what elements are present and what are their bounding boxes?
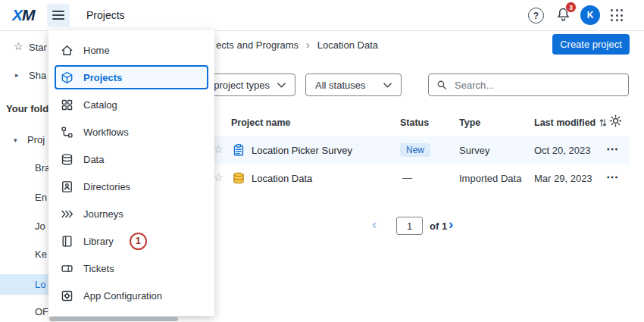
- status-filter-label: All statuses: [315, 80, 365, 91]
- menu-item-label: Journeys: [83, 208, 123, 220]
- last-modified: Oct 20, 2023: [534, 145, 590, 156]
- journeys-icon: [61, 208, 73, 220]
- sort-icon: [599, 118, 607, 127]
- menu-item-journeys[interactable]: Journeys: [48, 200, 214, 227]
- imported-data-icon: [232, 171, 245, 187]
- table-row[interactable]: ☆ Location Data — Imported Data Mar 29, …: [206, 164, 630, 192]
- home-icon: [61, 44, 73, 57]
- app-config-icon: [61, 289, 73, 302]
- directories-icon: [61, 180, 73, 193]
- xm-logo[interactable]: XM: [12, 6, 35, 24]
- menu-item-label: Home: [83, 45, 110, 56]
- breadcrumb-parent[interactable]: ects and Programs: [216, 39, 299, 51]
- column-header-type: Type: [459, 117, 480, 128]
- menu-item-catalog[interactable]: Catalog: [48, 91, 214, 118]
- annotation-circle: 1: [130, 233, 147, 250]
- menu-item-label: Catalog: [83, 99, 117, 111]
- notification-badge: 3: [565, 2, 577, 13]
- project-name[interactable]: Location Data: [252, 173, 312, 184]
- page-input[interactable]: [396, 217, 423, 235]
- caret-right-icon[interactable]: ▸: [15, 71, 19, 79]
- folder-item[interactable]: OF: [35, 306, 48, 317]
- sidebar-item-starred[interactable]: Star: [29, 42, 47, 53]
- avatar[interactable]: K: [580, 5, 600, 25]
- favorite-star-icon[interactable]: ☆: [214, 171, 224, 183]
- menu-item-label: Tickets: [83, 263, 114, 274]
- hamburger-menu-button[interactable]: [47, 4, 70, 27]
- menu-item-app-configuration[interactable]: App Configuration: [48, 282, 214, 309]
- library-icon: [61, 235, 73, 248]
- menu-item-projects[interactable]: Projects: [55, 65, 208, 89]
- menu-item-home[interactable]: Home: [48, 36, 214, 64]
- column-header-last-modified[interactable]: Last modified: [534, 117, 607, 128]
- gear-icon: [609, 114, 622, 127]
- folder-item[interactable]: En: [35, 192, 47, 203]
- global-nav-menu: Home Projects Catalog Workflows Data Dir…: [48, 30, 214, 316]
- search-icon: [436, 80, 447, 90]
- menu-item-label: App Configuration: [83, 290, 162, 302]
- column-header-project-name: Project name: [231, 117, 291, 128]
- status-badge: New: [400, 143, 430, 157]
- folder-item[interactable]: Ke: [35, 249, 47, 260]
- menu-item-label: Workflows: [83, 127, 129, 138]
- breadcrumb-separator-icon: ›: [306, 39, 310, 51]
- menu-item-label: Library: [83, 236, 114, 247]
- column-header-last-modified-label: Last modified: [534, 117, 596, 128]
- create-project-button[interactable]: Create project: [552, 34, 630, 55]
- xm-logo-m: M: [22, 6, 35, 23]
- favorite-star-icon[interactable]: ☆: [214, 143, 224, 155]
- project-type-filter-label: project types: [214, 80, 270, 91]
- workflows-icon: [61, 126, 73, 139]
- menu-item-workflows[interactable]: Workflows: [48, 118, 214, 145]
- menu-item-directories[interactable]: Directories: [48, 173, 214, 200]
- table-row[interactable]: ☆ Location Picker Survey New Survey Oct …: [206, 136, 630, 164]
- menu-item-label: Projects: [83, 72, 122, 83]
- app-window: ☆ Star ▸ Sha Your fold ▾ Proj Bra En Jo …: [0, 0, 644, 322]
- help-button[interactable]: ?: [528, 8, 544, 23]
- prev-page-button[interactable]: ‹: [372, 216, 377, 233]
- caret-down-icon[interactable]: ▾: [14, 136, 17, 144]
- row-menu-button[interactable]: ⋯: [606, 170, 619, 184]
- projects-icon: [61, 71, 73, 84]
- breadcrumb: ects and Programs › Location Data: [216, 39, 378, 51]
- menu-item-label: Directories: [83, 181, 130, 192]
- project-type: Imported Data: [459, 173, 521, 184]
- topbar: XM Projects ? 3 K: [0, 0, 644, 31]
- next-page-button[interactable]: ›: [449, 216, 453, 233]
- status-dash: —: [402, 172, 412, 183]
- star-icon: ☆: [14, 40, 23, 52]
- search-box: [428, 73, 629, 96]
- sidebar-item-shared[interactable]: Sha: [29, 70, 46, 81]
- folder-tree-root[interactable]: Proj: [27, 134, 45, 145]
- search-input[interactable]: [453, 79, 621, 92]
- apps-grid-button[interactable]: [611, 9, 623, 21]
- page-count: of 1: [430, 220, 447, 232]
- folders-heading: Your fold: [6, 103, 48, 114]
- data-icon: [61, 153, 73, 166]
- project-type: Survey: [459, 145, 489, 156]
- sidebar-horizontal-scrollbar[interactable]: [49, 317, 178, 321]
- breadcrumb-current: Location Data: [317, 39, 378, 51]
- column-settings-button[interactable]: [609, 114, 622, 130]
- catalog-icon: [61, 98, 73, 111]
- survey-icon: [232, 143, 245, 159]
- last-modified: Mar 29, 2023: [534, 173, 592, 184]
- column-header-status: Status: [400, 117, 429, 128]
- page-title: Projects: [86, 9, 125, 21]
- status-filter[interactable]: All statuses: [305, 73, 402, 96]
- folder-item-active-label: Lo: [35, 279, 45, 290]
- chevron-down-icon: [277, 83, 286, 88]
- menu-item-tickets[interactable]: Tickets: [48, 255, 214, 282]
- menu-item-data[interactable]: Data: [48, 145, 214, 173]
- tickets-icon: [61, 262, 73, 275]
- chevron-down-icon: [383, 83, 392, 88]
- project-name[interactable]: Location Picker Survey: [252, 145, 352, 156]
- row-menu-button[interactable]: ⋯: [606, 142, 619, 156]
- xm-logo-x: X: [12, 6, 22, 23]
- menu-item-label: Data: [83, 154, 104, 165]
- menu-item-library[interactable]: Library 1: [48, 227, 214, 255]
- folder-item[interactable]: Jo: [35, 220, 45, 232]
